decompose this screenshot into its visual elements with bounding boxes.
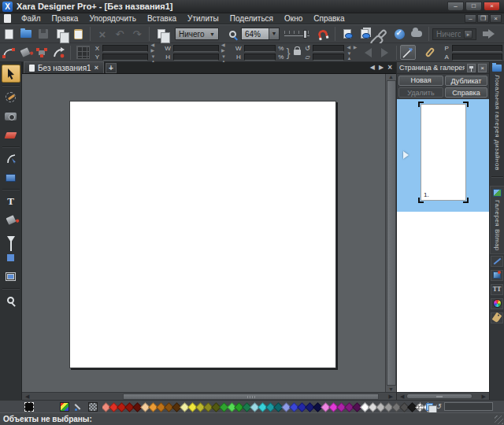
paste-icon[interactable] xyxy=(69,26,87,42)
menu-file[interactable]: Файл xyxy=(16,14,46,23)
vertical-scrollbar-thumb[interactable] xyxy=(387,80,396,386)
zoom-level-combo[interactable]: 64% ▼ xyxy=(241,28,280,40)
web-export-icon[interactable] xyxy=(391,26,408,42)
paperclip-icon[interactable] xyxy=(422,45,439,61)
x-input[interactable] xyxy=(102,45,148,52)
tab-scroll-right-icon[interactable]: ▶ xyxy=(379,64,384,71)
anchor-grid-icon[interactable] xyxy=(74,45,92,61)
import-icon[interactable] xyxy=(52,26,69,42)
preview-all-icon[interactable] xyxy=(356,26,373,42)
bitmap-gallery-tab[interactable]: Галерея Bitmap xyxy=(490,186,504,254)
menu-arrange[interactable]: Упорядочить xyxy=(83,14,142,23)
scroll-right-icon[interactable]: ▶ xyxy=(479,394,489,400)
open-icon[interactable] xyxy=(17,26,35,42)
fill-bucket-icon[interactable] xyxy=(17,45,33,61)
arrange-windows-icon[interactable] xyxy=(153,26,170,42)
pin-icon[interactable] xyxy=(467,64,476,72)
scroll-left-icon[interactable]: ◀ xyxy=(22,394,32,400)
vertical-scrollbar[interactable]: ▲ ▼ xyxy=(385,74,396,392)
snap-magnet-icon[interactable] xyxy=(314,26,332,42)
horizontal-scrollbar-thumb[interactable] xyxy=(123,394,379,400)
height-scale-input[interactable] xyxy=(244,54,276,61)
panel-horizontal-scrollbar[interactable]: ◀ ▶ xyxy=(397,392,489,400)
lock-aspect-icon[interactable] xyxy=(294,50,301,55)
y-input[interactable] xyxy=(102,54,148,61)
panel-scrollbar-thumb[interactable] xyxy=(406,394,472,399)
palette-options-icon[interactable] xyxy=(88,402,98,412)
canvas[interactable] xyxy=(22,74,385,392)
shape-editor-tool[interactable] xyxy=(2,150,20,168)
rotate-mode-icon[interactable] xyxy=(50,45,67,61)
delete-button[interactable]: Удалить xyxy=(398,87,443,98)
stretch-dropdown-arrow-icon[interactable]: ▸ xyxy=(464,30,472,39)
curve-handle-icon[interactable] xyxy=(0,45,17,61)
document-icon[interactable] xyxy=(4,14,11,23)
spinner-lr-icon[interactable]: ◀ ▶ xyxy=(221,42,232,53)
pointer-mode-icon[interactable] xyxy=(400,45,415,60)
scroll-down-icon[interactable]: ▼ xyxy=(388,386,394,392)
close-button[interactable]: × xyxy=(484,2,500,11)
new-document-icon[interactable] xyxy=(0,26,17,42)
color-picker-icon[interactable] xyxy=(74,402,83,412)
selected-object-dropdown[interactable]: Ничего▼ xyxy=(175,28,219,40)
stretch-dropdown[interactable]: Ничего▸ xyxy=(432,28,476,40)
panel-close-icon[interactable]: × xyxy=(478,64,487,72)
maximize-button[interactable]: □ xyxy=(465,2,482,11)
height-input[interactable] xyxy=(173,54,219,61)
child-minimize-button[interactable]: – xyxy=(465,14,476,23)
select-points-icon[interactable] xyxy=(34,45,50,61)
flip-horizontal-icon[interactable] xyxy=(360,45,376,61)
tab-scroll-left-icon[interactable]: ◀ xyxy=(370,64,375,71)
undo-icon[interactable]: ↶ xyxy=(111,26,128,42)
menu-help[interactable]: Справка xyxy=(308,14,350,23)
menu-window[interactable]: Окно xyxy=(279,14,308,23)
name-gallery-icon[interactable] xyxy=(491,312,503,323)
menu-insert[interactable]: Вставка xyxy=(142,14,182,23)
spinner-lr-icon[interactable]: ◀ ▶ xyxy=(150,42,161,53)
page-thumbnail[interactable]: 1. xyxy=(421,104,466,201)
menu-share[interactable]: Поделиться xyxy=(224,14,279,23)
menu-edit[interactable]: Правка xyxy=(46,14,84,23)
new-page-button[interactable]: Новая страница xyxy=(398,76,443,86)
menu-utilities[interactable]: Утилиты xyxy=(182,14,224,23)
panel-header[interactable]: Страница & галерея с... × xyxy=(397,62,489,74)
new-tab-button[interactable]: + xyxy=(106,63,117,73)
camera-tool[interactable] xyxy=(2,107,20,125)
selector-tool[interactable] xyxy=(2,65,20,83)
shadow-tool[interactable] xyxy=(2,249,20,267)
width-input[interactable] xyxy=(173,45,219,52)
zoom-tool[interactable] xyxy=(2,291,20,309)
zoom-tool-icon[interactable] xyxy=(224,26,241,42)
photo-enhance-tool[interactable] xyxy=(2,88,20,106)
fill-gallery-icon[interactable] xyxy=(491,270,503,281)
child-close-button[interactable]: × xyxy=(490,14,502,23)
rectangle-tool[interactable] xyxy=(2,168,20,187)
minimize-button[interactable]: – xyxy=(447,2,464,11)
transparency-tool[interactable] xyxy=(2,230,20,248)
save-icon[interactable] xyxy=(35,26,52,42)
web-publish-icon[interactable] xyxy=(408,26,425,42)
scroll-up-icon[interactable]: ▲ xyxy=(388,74,394,79)
document-tab[interactable]: Без названия1 × xyxy=(24,61,104,73)
line-gallery-icon[interactable] xyxy=(491,256,503,267)
a-input[interactable] xyxy=(452,54,502,61)
named-colors-icon[interactable] xyxy=(426,403,433,411)
redo-icon[interactable]: ↷ xyxy=(128,26,146,42)
rotate-input[interactable] xyxy=(313,45,344,52)
page-list[interactable]: 1. xyxy=(397,99,489,392)
width-scale-input[interactable] xyxy=(244,45,276,52)
help-button[interactable]: Справка xyxy=(445,87,487,98)
p-input[interactable] xyxy=(452,45,502,52)
zoom-dropdown-arrow-icon[interactable]: ▼ xyxy=(269,28,279,39)
skew-input[interactable] xyxy=(313,54,344,61)
zoom-level-value[interactable]: 64% xyxy=(242,30,269,39)
duplicate-button[interactable]: Дубликат xyxy=(445,76,487,86)
link-icon[interactable] xyxy=(373,26,391,42)
color-gallery-icon[interactable] xyxy=(491,298,503,309)
color-editor-icon[interactable] xyxy=(60,402,69,412)
eraser-tool[interactable] xyxy=(2,126,20,144)
child-restore-button[interactable]: ❐ xyxy=(477,14,489,23)
tab-close-icon[interactable]: × xyxy=(94,64,98,72)
flip-vertical-icon[interactable] xyxy=(376,45,393,61)
selected-page-row[interactable]: 1. xyxy=(397,99,489,212)
